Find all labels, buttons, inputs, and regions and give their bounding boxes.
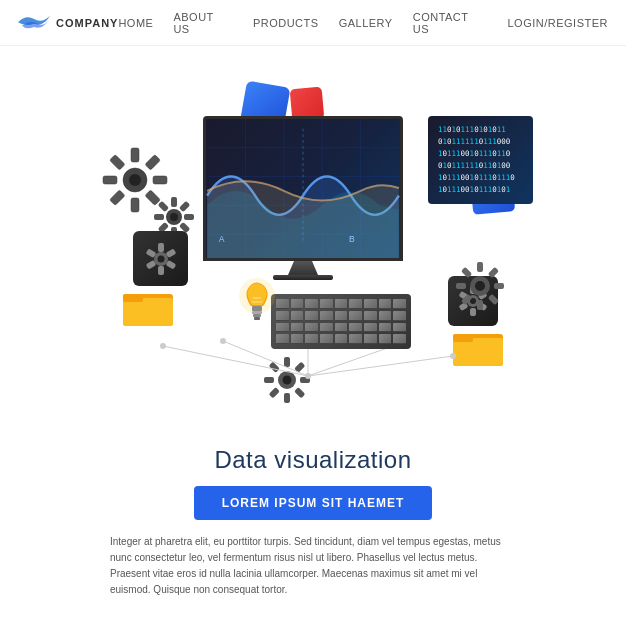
- key: [335, 299, 348, 309]
- svg-rect-36: [158, 266, 164, 275]
- svg-point-7: [305, 373, 311, 379]
- illustration: 110101110101011 0101111110111000 1011100…: [73, 66, 553, 436]
- svg-rect-64: [461, 294, 472, 305]
- svg-rect-68: [123, 298, 173, 326]
- svg-rect-18: [110, 190, 126, 206]
- key: [276, 299, 289, 309]
- key: [349, 323, 362, 333]
- svg-rect-69: [123, 294, 143, 302]
- svg-text:B: B: [349, 234, 355, 244]
- svg-point-12: [129, 174, 141, 186]
- key: [393, 311, 406, 321]
- key: [393, 323, 406, 333]
- svg-rect-88: [252, 311, 262, 314]
- key: [393, 334, 406, 344]
- svg-line-0: [163, 346, 308, 376]
- nav-products[interactable]: PRODUCTS: [253, 17, 319, 29]
- description: Integer at pharetra elit, eu porttitor t…: [60, 534, 566, 598]
- nav-login[interactable]: LOGIN/REGISTER: [507, 17, 608, 29]
- svg-rect-33: [158, 243, 164, 252]
- svg-rect-90: [254, 317, 260, 320]
- key: [335, 323, 348, 333]
- key: [364, 299, 377, 309]
- settings-panel-left-icon: [143, 241, 179, 277]
- svg-point-6: [220, 338, 226, 344]
- logo-text: COMPANY: [56, 17, 118, 29]
- svg-rect-61: [494, 283, 504, 289]
- header: COMPANY HOME ABOUT US PRODUCTS GALLERY C…: [0, 0, 626, 46]
- key: [335, 334, 348, 344]
- binary-panel: 110101110101011 0101111110111000 1011100…: [428, 116, 533, 204]
- key: [276, 323, 289, 333]
- cta-button[interactable]: LOREM IPSUM SIT HAEMET: [194, 486, 433, 520]
- logo-icon: [18, 12, 50, 34]
- svg-rect-66: [461, 267, 472, 278]
- svg-rect-15: [153, 176, 167, 184]
- svg-rect-62: [488, 294, 499, 305]
- monitor-screen: A B: [203, 116, 403, 261]
- key: [379, 299, 392, 309]
- nav-about[interactable]: ABOUT US: [173, 11, 232, 35]
- nav-home[interactable]: HOME: [118, 17, 153, 29]
- svg-point-58: [475, 281, 485, 291]
- svg-rect-30: [158, 201, 169, 212]
- key: [393, 299, 406, 309]
- key: [335, 311, 348, 321]
- keyboard: [271, 294, 411, 349]
- svg-rect-20: [110, 155, 126, 171]
- svg-rect-63: [477, 300, 483, 310]
- monitor: A B: [203, 116, 403, 276]
- svg-point-9: [450, 353, 456, 359]
- key: [379, 323, 392, 333]
- svg-rect-89: [253, 314, 261, 317]
- key: [320, 311, 333, 321]
- key: [349, 299, 362, 309]
- svg-rect-25: [184, 214, 194, 220]
- svg-rect-87: [252, 306, 262, 311]
- key: [379, 311, 392, 321]
- svg-rect-23: [171, 197, 177, 207]
- key: [364, 323, 377, 333]
- key: [364, 334, 377, 344]
- main-content: 110101110101011 0101111110111000 1011100…: [0, 46, 626, 598]
- monitor-base: [273, 275, 333, 280]
- svg-rect-24: [179, 201, 190, 212]
- svg-rect-19: [103, 176, 117, 184]
- svg-point-22: [170, 213, 178, 221]
- folder-left-icon: [123, 286, 173, 326]
- svg-rect-60: [488, 267, 499, 278]
- logo-area: COMPANY: [18, 12, 118, 34]
- nav-gallery[interactable]: GALLERY: [339, 17, 393, 29]
- svg-rect-29: [154, 214, 164, 220]
- page-title: Data visualization: [60, 446, 566, 474]
- key: [305, 334, 318, 344]
- key: [320, 323, 333, 333]
- svg-line-3: [308, 356, 453, 376]
- key: [364, 311, 377, 321]
- nav-contact[interactable]: CONTACT US: [413, 11, 488, 35]
- key: [320, 299, 333, 309]
- svg-point-5: [160, 343, 166, 349]
- key: [291, 323, 304, 333]
- key: [291, 334, 304, 344]
- key: [305, 323, 318, 333]
- key: [349, 311, 362, 321]
- navigation: HOME ABOUT US PRODUCTS GALLERY CONTACT U…: [118, 11, 608, 35]
- svg-rect-13: [131, 148, 139, 162]
- key: [305, 299, 318, 309]
- key: [379, 334, 392, 344]
- svg-rect-14: [145, 155, 161, 171]
- svg-text:A: A: [219, 234, 225, 244]
- key: [349, 334, 362, 344]
- key: [291, 299, 304, 309]
- text-section: Data visualization LOREM IPSUM SIT HAEME…: [0, 436, 626, 598]
- settings-panel-left: [133, 231, 188, 286]
- key: [291, 311, 304, 321]
- svg-rect-17: [131, 198, 139, 212]
- key: [320, 334, 333, 344]
- monitor-stand: [288, 261, 318, 275]
- lightbulb-icon: [239, 276, 275, 324]
- gear-right-icon: [455, 261, 505, 311]
- key: [276, 334, 289, 344]
- svg-rect-65: [456, 283, 466, 289]
